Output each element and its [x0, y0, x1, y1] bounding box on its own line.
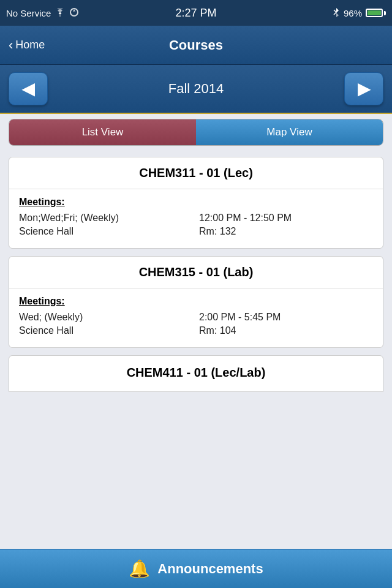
nav-header: ‹ Home Courses — [0, 26, 392, 65]
meeting-days-2: Wed; (Weekly) — [19, 312, 193, 323]
meeting-building-2: Science Hall — [19, 325, 193, 336]
battery-icon — [366, 9, 386, 17]
status-bar: No Service 2:27 PM 96% — [0, 0, 392, 26]
view-toggle: List View Map View — [0, 114, 392, 151]
prev-semester-button[interactable]: ◀ — [9, 72, 48, 105]
semester-nav: ◀ Fall 2014 ▶ — [0, 65, 392, 114]
meeting-room-1: Rm: 132 — [193, 226, 373, 237]
announcements-bar[interactable]: 🔔 Announcements — [0, 549, 392, 588]
partial-course-title: CHEM411 - 01 (Lec/Lab) — [9, 356, 383, 390]
next-arrow-icon: ▶ — [358, 80, 370, 99]
course-card-1[interactable]: CHEM311 - 01 (Lec) Meetings: Mon;Wed;Fri… — [9, 157, 383, 249]
activity-icon — [69, 7, 79, 19]
course-details-2: Meetings: Wed; (Weekly) 2:00 PM - 5:45 P… — [9, 288, 383, 347]
carrier-text: No Service — [6, 8, 51, 18]
meeting-building-1: Science Hall — [19, 226, 193, 237]
meeting-days-1: Mon;Wed;Fri; (Weekly) — [19, 213, 193, 224]
next-semester-button[interactable]: ▶ — [344, 72, 383, 105]
meeting-time-1: 12:00 PM - 12:50 PM — [193, 213, 373, 224]
course-list: CHEM311 - 01 (Lec) Meetings: Mon;Wed;Fri… — [0, 151, 392, 549]
meeting-time-2: 2:00 PM - 5:45 PM — [193, 312, 373, 323]
course-title-2: CHEM315 - 01 (Lab) — [9, 257, 383, 288]
status-left: No Service — [6, 7, 79, 19]
meeting-row-days-1: Mon;Wed;Fri; (Weekly) 12:00 PM - 12:50 P… — [19, 213, 373, 224]
wifi-icon — [55, 8, 66, 18]
meeting-row-location-2: Science Hall Rm: 104 — [19, 325, 373, 336]
course-card-2[interactable]: CHEM315 - 01 (Lab) Meetings: Wed; (Weekl… — [9, 256, 383, 348]
bluetooth-icon — [333, 7, 340, 19]
meeting-row-location-1: Science Hall Rm: 132 — [19, 226, 373, 237]
course-details-1: Meetings: Mon;Wed;Fri; (Weekly) 12:00 PM… — [9, 189, 383, 248]
semester-label: Fall 2014 — [168, 81, 224, 97]
page-title: Courses — [169, 37, 223, 53]
prev-arrow-icon: ◀ — [22, 80, 34, 99]
back-label: Home — [15, 39, 45, 51]
status-right: 96% — [333, 7, 386, 19]
toggle-container: List View Map View — [9, 119, 383, 146]
meetings-label-1: Meetings: — [19, 197, 373, 208]
course-title-1: CHEM311 - 01 (Lec) — [9, 157, 383, 189]
course-card-partial[interactable]: CHEM411 - 01 (Lec/Lab) — [9, 355, 383, 392]
meetings-label-2: Meetings: — [19, 296, 373, 307]
status-time: 2:27 PM — [175, 7, 216, 20]
battery-percentage: 96% — [344, 8, 362, 18]
map-view-button[interactable]: Map View — [196, 119, 383, 145]
map-view-label: Map View — [266, 126, 312, 138]
list-view-button[interactable]: List View — [9, 119, 196, 145]
announcements-icon: 🔔 — [129, 559, 150, 579]
announcements-label: Announcements — [157, 561, 263, 577]
back-button[interactable]: ‹ Home — [9, 37, 45, 53]
meeting-room-2: Rm: 104 — [193, 325, 373, 336]
list-view-label: List View — [82, 126, 124, 138]
meeting-row-days-2: Wed; (Weekly) 2:00 PM - 5:45 PM — [19, 312, 373, 323]
back-chevron-icon: ‹ — [9, 37, 13, 53]
